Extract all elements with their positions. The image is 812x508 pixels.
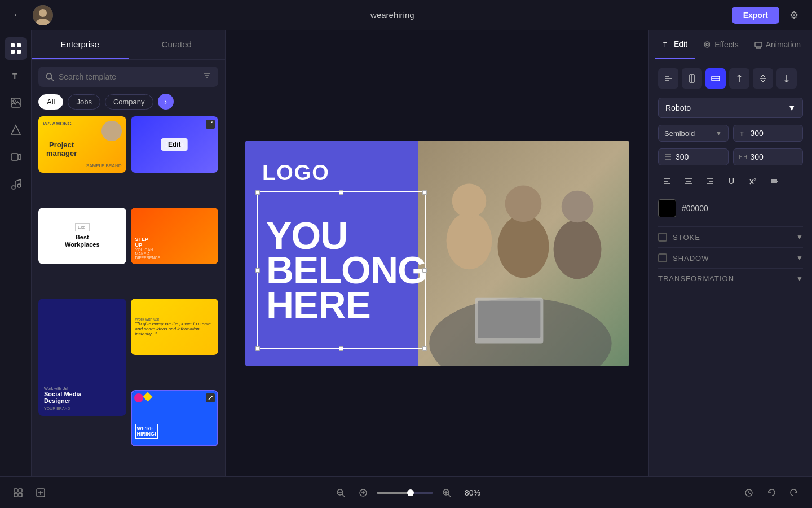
zoom-out-icon[interactable] <box>332 484 350 502</box>
template-card[interactable]: Exc. BestWorkplaces Edit <box>38 208 126 264</box>
history-icon[interactable] <box>740 484 758 502</box>
tab-curated[interactable]: Curated <box>129 30 226 59</box>
shadow-label-group: SHADOW <box>658 253 709 262</box>
redo-icon[interactable] <box>785 484 803 502</box>
font-name: Roboto <box>665 103 691 112</box>
tab-effects[interactable]: Effects <box>695 30 747 59</box>
tab-edit[interactable]: T Edit <box>655 30 695 59</box>
shadow-label: SHADOW <box>673 254 709 262</box>
handle-bottom-right[interactable] <box>422 346 427 351</box>
edit-button-small[interactable]: Edit <box>69 138 95 151</box>
sidebar-item-image[interactable] <box>5 91 27 114</box>
font-size-input[interactable]: 300 <box>751 129 784 138</box>
zoom-in-icon[interactable] <box>438 484 456 502</box>
edit-button-small[interactable]: Edit <box>69 230 95 242</box>
undo-icon[interactable] <box>762 484 780 502</box>
tab-enterprise[interactable]: Enterprise <box>32 30 129 59</box>
transform-label-group: TRANSFORMATION <box>658 274 734 283</box>
font-select-dropdown[interactable]: Roboto ▼ <box>658 98 803 118</box>
text-align-center-button[interactable] <box>679 172 698 190</box>
text-superscript-button[interactable]: 2 <box>744 172 762 190</box>
settings-icon[interactable]: ⚙ <box>785 6 803 24</box>
template-card[interactable]: WE'REHIRING! Edit <box>131 390 219 446</box>
color-swatch[interactable] <box>658 199 676 217</box>
right-panel-tabs: T Edit Effects Animation <box>649 30 812 59</box>
sidebar-item-video[interactable] <box>5 146 27 168</box>
search-input[interactable] <box>59 72 198 81</box>
align-top-icon[interactable] <box>729 68 749 89</box>
search-bar <box>38 67 218 87</box>
font-weight-dropdown-icon[interactable]: ▼ <box>716 129 722 137</box>
edit-button-small[interactable]: Edit <box>161 321 188 333</box>
tab-animation[interactable]: Animation <box>747 30 809 59</box>
handle-mid-right[interactable] <box>422 268 427 273</box>
edit-button-small[interactable]: Edit <box>161 230 188 242</box>
shadow-checkbox[interactable] <box>658 253 667 262</box>
svg-rect-5 <box>11 50 15 54</box>
topbar-left: ← <box>9 5 53 25</box>
effects-tab-icon <box>703 41 711 49</box>
zoom-slider[interactable] <box>377 492 433 494</box>
back-button[interactable]: ← <box>9 7 26 24</box>
text-align-left-button[interactable] <box>658 172 676 190</box>
zoom-controls: 80% <box>332 484 480 502</box>
align-center-vertical-icon[interactable] <box>705 68 726 89</box>
handle-mid-left[interactable] <box>255 268 260 273</box>
align-center-horizontal-icon[interactable] <box>682 68 702 89</box>
zoom-slider-fill <box>377 492 411 494</box>
canvas-text-selection[interactable]: YOUBELONGHERE <box>257 191 426 349</box>
category-all[interactable]: All <box>38 94 63 110</box>
sidebar-item-shapes[interactable] <box>5 119 27 141</box>
template-card[interactable]: Work with Us! Social MediaDesigner YOUR … <box>38 299 126 416</box>
svg-point-9 <box>13 100 15 102</box>
letter-spacing-group: 300 <box>733 148 804 165</box>
template-card[interactable]: STEPUP YOU CANMAKE ADIFFERENCE Edit <box>131 208 219 264</box>
edit-label[interactable]: Edit <box>161 138 188 151</box>
svg-point-20 <box>452 184 487 218</box>
template-card[interactable]: WA AMONG Projectmanager SAMPLE BRAND Edi… <box>38 116 126 173</box>
actual-size-icon[interactable] <box>32 484 50 502</box>
letter-spacing-input[interactable]: 300 <box>751 152 784 161</box>
align-middle-icon[interactable] <box>753 68 773 89</box>
shadow-chevron: ▼ <box>796 254 803 262</box>
align-bottom-icon[interactable] <box>776 68 797 89</box>
handle-top-left[interactable] <box>255 190 260 195</box>
letter-spacing-icon <box>739 153 747 161</box>
svg-point-13 <box>46 73 52 79</box>
sidebar-item-grid[interactable] <box>5 37 27 60</box>
handle-bottom-left[interactable] <box>255 346 260 351</box>
edit-button-small[interactable]: Edit <box>161 412 188 424</box>
line-height-input[interactable]: 300 <box>676 152 709 161</box>
edit-button-small[interactable]: Edit <box>69 351 95 364</box>
fit-to-screen-icon[interactable] <box>9 484 27 502</box>
template-card[interactable]: Join Us Edit <box>131 116 219 173</box>
transform-chevron: ▼ <box>796 275 803 283</box>
topbar: ← wearehiring Export ⚙ <box>0 0 812 30</box>
transform-label: TRANSFORMATION <box>658 274 734 283</box>
svg-rect-71 <box>14 493 17 497</box>
font-weight-group: Semibold ▼ <box>658 125 729 142</box>
stoke-section[interactable]: STOKE ▼ <box>658 226 803 247</box>
handle-top-right[interactable] <box>422 190 427 195</box>
shadow-section[interactable]: SHADOW ▼ <box>658 247 803 268</box>
text-align-right-button[interactable] <box>701 172 719 190</box>
sidebar-item-text[interactable]: T <box>5 64 27 87</box>
text-strikethrough-button[interactable] <box>765 172 783 190</box>
template-card[interactable]: Work with Us! "To give everyone the powe… <box>131 299 219 355</box>
export-button[interactable]: Export <box>732 7 779 24</box>
category-next-icon[interactable]: › <box>158 94 174 110</box>
zoom-handle-icon[interactable] <box>354 484 372 502</box>
align-left-icon[interactable] <box>658 68 678 89</box>
stoke-checkbox[interactable] <box>658 233 667 242</box>
handle-top-mid[interactable] <box>339 190 343 195</box>
handle-bottom-mid[interactable] <box>339 346 343 351</box>
animation-tab-icon <box>754 41 762 49</box>
zoom-slider-thumb[interactable] <box>407 489 414 496</box>
svg-point-31 <box>706 43 708 46</box>
filter-icon[interactable] <box>202 71 211 82</box>
transformation-section[interactable]: TRANSFORMATION ▼ <box>658 268 803 288</box>
category-jobs[interactable]: Jobs <box>68 94 100 110</box>
text-underline-button[interactable]: U <box>722 172 740 190</box>
category-company[interactable]: Company <box>105 94 153 110</box>
sidebar-item-music[interactable] <box>5 173 27 195</box>
